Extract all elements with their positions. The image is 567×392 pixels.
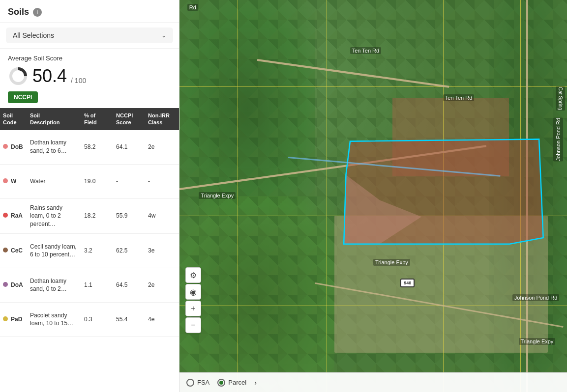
dropdown-label: All Selections	[13, 31, 54, 39]
nccpi-score-cell: 64.1	[113, 138, 145, 156]
soil-desc-cell: Water	[27, 172, 81, 191]
dropdown-container: All Selections ⌄	[0, 23, 179, 49]
panel-header: Soils i	[0, 0, 179, 23]
map-panel[interactable]: Ten Ten Rd Ten Ten Rd Triangle Expy Tria…	[179, 0, 567, 392]
soil-desc-cell: Rains sandy loam, 0 to 2 percent…	[27, 199, 81, 233]
soil-dot	[3, 144, 8, 149]
nccpi-score-cell: 64.5	[113, 276, 145, 294]
non-irr-cell: 3e	[145, 242, 179, 260]
soil-code-text: DoB	[11, 143, 23, 151]
pct-field-cell: 3.2	[81, 242, 113, 260]
map-zoom-out-button[interactable]: −	[185, 317, 201, 333]
soil-code-text: DoA	[11, 281, 23, 289]
johnson-pond-rd-label-2: Johnson Pond Rd	[512, 294, 559, 301]
soil-code-cell: DoA	[0, 276, 27, 294]
non-irr-cell: 2e	[145, 276, 179, 294]
table-row: DoA Dothan loamy sand, 0 to 2… 1.1 64.5 …	[0, 268, 179, 303]
map-background: Ten Ten Rd Ten Ten Rd Triangle Expy Tria…	[179, 0, 567, 392]
pct-field-cell: 19.0	[81, 172, 113, 191]
property-line	[238, 0, 238, 392]
table-header: SoilCode SoilDescription % ofField NCCPI…	[0, 108, 179, 130]
soil-code-cell: W	[0, 172, 27, 191]
pct-field-cell: 1.1	[81, 276, 113, 294]
soil-dot	[3, 213, 8, 218]
soil-desc-cell: Dothan loamy sand, 2 to 6…	[27, 134, 81, 160]
score-row: 50.4 / 100	[8, 66, 171, 86]
nccpi-score-cell: 55.4	[113, 310, 145, 329]
soil-dot	[3, 248, 8, 252]
soil-desc-cell: Cecil sandy loam, 6 to 10 percent…	[27, 238, 81, 264]
soil-dot	[3, 282, 8, 287]
score-section: Average Soil Score 50.4 / 100 NCCPI	[0, 49, 179, 108]
soil-code-text: CeC	[11, 247, 23, 255]
soil-code-cell: DoB	[0, 138, 27, 156]
non-irr-cell: 4e	[145, 310, 179, 329]
soil-dot	[3, 178, 8, 183]
th-non-irr: Non-IRRClass	[145, 108, 179, 130]
th-soil-description: SoilDescription	[27, 108, 81, 130]
parcel-option[interactable]: Parcel	[217, 379, 246, 387]
score-value: 50.4	[32, 67, 67, 85]
non-irr-cell: -	[145, 172, 179, 191]
th-soil-code: SoilCode	[0, 108, 27, 130]
nccpi-score-cell: 55.9	[113, 207, 145, 225]
chevron-down-icon: ⌄	[161, 32, 166, 39]
soil-dot	[3, 316, 8, 321]
th-nccpi-score: NCCPIScore	[113, 108, 145, 130]
score-label: Average Soil Score	[8, 55, 171, 62]
ten-ten-rd-label: Ten Ten Rd	[350, 47, 381, 54]
soil-desc-cell: Pacolet sandy loam, 10 to 15…	[27, 307, 81, 333]
field-selection-overlay	[296, 117, 547, 274]
th-pct-field: % ofField	[81, 108, 113, 130]
nccpi-score-cell: 62.5	[113, 242, 145, 260]
map-bottom-bar: FSA Parcel ›	[179, 372, 567, 392]
parcel-label: Parcel	[228, 379, 246, 386]
map-controls: ⚙ ◉ + −	[185, 267, 201, 333]
non-irr-cell: 4w	[145, 207, 179, 225]
nccpi-score-cell: -	[113, 172, 145, 191]
cat-springs-label: Cat Spring	[556, 86, 565, 111]
non-irr-cell: 2e	[145, 138, 179, 156]
nccpi-badge[interactable]: NCCPI	[8, 91, 38, 103]
all-selections-dropdown[interactable]: All Selections ⌄	[6, 28, 173, 43]
triangle-expy-label-3: Triangle Expy	[519, 338, 556, 345]
donut-chart-icon	[8, 66, 29, 86]
map-settings-button[interactable]: ⚙	[185, 267, 201, 283]
soil-code-cell: RaA	[0, 207, 27, 225]
table-row: RaA Rains sandy loam, 0 to 2 percent… 18…	[0, 199, 179, 234]
soil-code-text: PaD	[11, 315, 22, 324]
soil-code-text: RaA	[11, 212, 23, 220]
soil-code-text: W	[11, 177, 16, 186]
left-panel: Soils i All Selections ⌄ Average Soil Sc…	[0, 0, 179, 392]
info-icon[interactable]: i	[33, 8, 42, 17]
table-row: W Water 19.0 - -	[0, 165, 179, 199]
johnson-pond-rd-label: Johnson Pond Rd	[553, 117, 563, 161]
parcel-radio[interactable]	[217, 379, 225, 387]
table-row: DoB Dothan loamy sand, 2 to 6… 58.2 64.1…	[0, 130, 179, 165]
fsa-option[interactable]: FSA	[186, 379, 209, 387]
triangle-expy-label: Triangle Expy	[199, 192, 236, 199]
parcel-radio-inner	[219, 381, 223, 385]
pct-field-cell: 0.3	[81, 310, 113, 329]
table-row: PaD Pacolet sandy loam, 10 to 15… 0.3 55…	[0, 303, 179, 337]
table-row: CeC Cecil sandy loam, 6 to 10 percent… 3…	[0, 234, 179, 268]
page-title: Soils	[8, 7, 29, 17]
road-sign: 940	[400, 279, 415, 287]
ten-ten-rd-label-2: Ten Ten Rd	[443, 94, 474, 101]
fsa-radio[interactable]	[186, 379, 194, 387]
score-max: / 100	[71, 77, 86, 86]
map-location-button[interactable]: ◉	[185, 284, 201, 300]
soil-desc-cell: Dothan loamy sand, 0 to 2…	[27, 272, 81, 299]
pct-field-cell: 58.2	[81, 138, 113, 156]
pct-field-cell: 18.2	[81, 207, 113, 225]
soil-code-cell: CeC	[0, 242, 27, 260]
soil-table: SoilCode SoilDescription % ofField NCCPI…	[0, 108, 179, 392]
soil-code-cell: PaD	[0, 310, 27, 329]
fsa-label: FSA	[197, 379, 209, 386]
map-bottom-arrow[interactable]: ›	[254, 379, 257, 387]
rd-label-top: Rd	[187, 4, 198, 11]
map-zoom-in-button[interactable]: +	[185, 301, 201, 316]
